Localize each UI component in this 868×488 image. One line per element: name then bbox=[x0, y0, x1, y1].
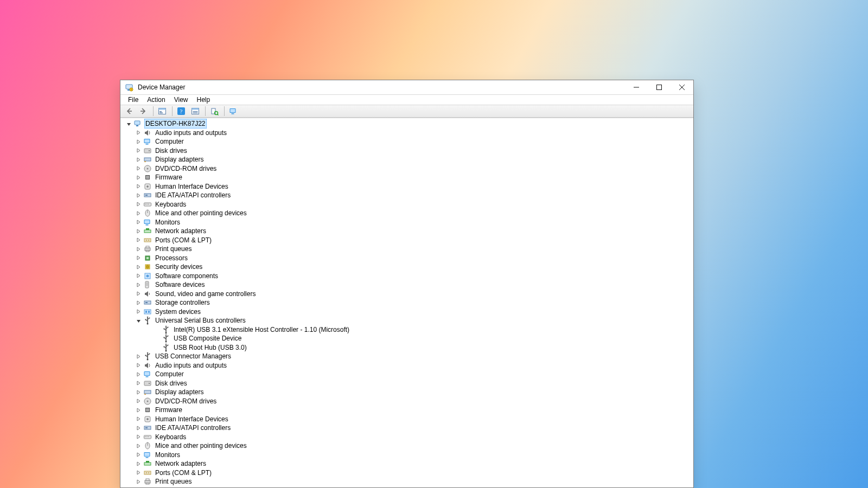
tree-node[interactable]: Storage controllers bbox=[123, 298, 693, 307]
tree-node[interactable]: Print queues bbox=[123, 477, 693, 486]
tree-expander-closed[interactable] bbox=[135, 460, 142, 467]
tree-node[interactable]: DVD/CD-ROM drives bbox=[123, 397, 693, 406]
tree-node[interactable]: Mice and other pointing devices bbox=[123, 209, 693, 218]
tree-expander-closed[interactable] bbox=[135, 352, 142, 360]
tree-expander-closed[interactable] bbox=[135, 442, 142, 450]
tree-node[interactable]: Network adapters bbox=[123, 227, 693, 236]
tree-expander-closed[interactable] bbox=[135, 380, 142, 387]
help-button[interactable]: ? bbox=[175, 105, 188, 117]
tree-expander-closed[interactable] bbox=[135, 254, 142, 262]
scan-hardware-button[interactable] bbox=[208, 105, 221, 117]
tree-expander-closed[interactable] bbox=[135, 219, 142, 226]
tree-node[interactable]: Audio inputs and outputs bbox=[123, 361, 693, 370]
tree-expander-closed[interactable] bbox=[135, 129, 142, 137]
tree-expander-closed[interactable] bbox=[135, 183, 142, 190]
tree-node[interactable]: Disk drives bbox=[123, 146, 693, 156]
tree-node[interactable]: Processors bbox=[123, 254, 693, 263]
show-hide-console-tree-button[interactable] bbox=[156, 105, 169, 117]
tree-expander-closed[interactable] bbox=[135, 362, 142, 369]
tree-expander-open[interactable] bbox=[125, 120, 132, 127]
tree-expander-closed[interactable] bbox=[135, 138, 142, 145]
tree-expander-closed[interactable] bbox=[135, 174, 142, 181]
tree-expander-closed[interactable] bbox=[135, 487, 142, 487]
tree-node[interactable]: Print queues bbox=[123, 245, 693, 254]
tree-node[interactable]: Firmware bbox=[123, 173, 693, 182]
tree-expander-closed[interactable] bbox=[135, 236, 142, 244]
tree-node[interactable]: Keyboards bbox=[123, 433, 693, 442]
minimize-button[interactable] bbox=[625, 80, 648, 94]
devices-by-type-button[interactable] bbox=[227, 105, 240, 117]
tree-node[interactable]: Display adapters bbox=[123, 155, 693, 164]
tree-node-label: DVD/CD-ROM drives bbox=[154, 397, 218, 406]
tree-expander-closed[interactable] bbox=[135, 433, 142, 441]
tree-expander-closed[interactable] bbox=[135, 227, 142, 235]
tree-expander-closed[interactable] bbox=[135, 451, 142, 459]
tree-expander-closed[interactable] bbox=[135, 397, 142, 405]
tree-node[interactable]: Computer bbox=[123, 370, 693, 379]
menu-help[interactable]: Help bbox=[193, 95, 215, 105]
tree-node[interactable]: IDE ATA/ATAPI controllers bbox=[123, 423, 693, 433]
tree-node[interactable]: Mice and other pointing devices bbox=[123, 441, 693, 451]
tree-expander-closed[interactable] bbox=[135, 263, 142, 271]
tree-node[interactable]: Firmware bbox=[123, 406, 693, 415]
forward-button[interactable] bbox=[137, 105, 150, 117]
tree-node[interactable]: USB Root Hub (USB 3.0) bbox=[123, 343, 693, 352]
tree-node[interactable]: Intel(R) USB 3.1 eXtensible Host Control… bbox=[123, 325, 693, 335]
tree-node[interactable]: Ports (COM & LPT) bbox=[123, 468, 693, 478]
tree-node[interactable]: Monitors bbox=[123, 218, 693, 227]
back-button[interactable] bbox=[123, 105, 136, 117]
tree-expander-open[interactable] bbox=[135, 317, 142, 324]
tree-node[interactable]: Monitors bbox=[123, 451, 693, 460]
tree-node[interactable]: Sound, video and game controllers bbox=[123, 290, 693, 299]
tree-node[interactable]: IDE ATA/ATAPI controllers bbox=[123, 191, 693, 200]
tree-node[interactable]: Computer bbox=[123, 137, 693, 146]
tree-node-label: IDE ATA/ATAPI controllers bbox=[154, 423, 232, 432]
properties-button[interactable] bbox=[189, 105, 202, 117]
tree-expander-closed[interactable] bbox=[135, 406, 142, 414]
tree-expander-closed[interactable] bbox=[135, 388, 142, 396]
tree-expander-closed[interactable] bbox=[135, 165, 142, 172]
tree-node[interactable]: Network adapters bbox=[123, 459, 693, 468]
tree-expander-closed[interactable] bbox=[135, 272, 142, 280]
device-tree-pane[interactable]: DESKTOP-HK87J22Audio inputs and outputsC… bbox=[120, 118, 693, 487]
tree-node[interactable]: Human Interface Devices bbox=[123, 182, 693, 191]
tree-expander-closed[interactable] bbox=[135, 415, 142, 423]
tree-expander-closed[interactable] bbox=[135, 156, 142, 163]
tree-node[interactable]: DVD/CD-ROM drives bbox=[123, 164, 693, 174]
tree-node[interactable]: Keyboards bbox=[123, 200, 693, 209]
tree-node[interactable]: DESKTOP-HK87J22 bbox=[123, 119, 693, 129]
maximize-button[interactable] bbox=[648, 80, 671, 94]
menu-view[interactable]: View bbox=[170, 95, 193, 105]
tree-node-label: USB Composite Device bbox=[173, 334, 242, 343]
tree-expander-closed[interactable] bbox=[135, 308, 142, 316]
tree-expander-closed[interactable] bbox=[135, 245, 142, 253]
tree-node[interactable]: Display adapters bbox=[123, 388, 693, 397]
tree-node[interactable]: Universal Serial Bus controllers bbox=[123, 316, 693, 325]
tree-node[interactable]: Audio inputs and outputs bbox=[123, 129, 693, 138]
tree-node[interactable]: System devices bbox=[123, 307, 693, 317]
menu-action[interactable]: Action bbox=[143, 95, 169, 105]
tree-expander-closed[interactable] bbox=[135, 201, 142, 208]
tree-expander-closed[interactable] bbox=[135, 469, 142, 477]
svg-point-112 bbox=[148, 472, 149, 473]
tree-node[interactable]: Processors bbox=[123, 486, 693, 488]
tree-node[interactable]: USB Composite Device bbox=[123, 334, 693, 343]
tree-node[interactable]: Disk drives bbox=[123, 379, 693, 388]
tree-expander-closed[interactable] bbox=[135, 299, 142, 306]
tree-expander-closed[interactable] bbox=[135, 191, 142, 199]
tree-expander-closed[interactable] bbox=[135, 147, 142, 155]
tree-expander-closed[interactable] bbox=[135, 209, 142, 217]
menu-file[interactable]: File bbox=[124, 95, 143, 105]
tree-node[interactable]: Human Interface Devices bbox=[123, 415, 693, 424]
close-button[interactable] bbox=[671, 80, 693, 94]
tree-expander-closed[interactable] bbox=[135, 478, 142, 485]
tree-node[interactable]: USB Connector Managers bbox=[123, 352, 693, 361]
tree-expander-closed[interactable] bbox=[135, 370, 142, 378]
tree-node[interactable]: Ports (COM & LPT) bbox=[123, 236, 693, 245]
tree-node[interactable]: Security devices bbox=[123, 262, 693, 272]
tree-expander-closed[interactable] bbox=[135, 281, 142, 288]
tree-expander-closed[interactable] bbox=[135, 424, 142, 432]
tree-expander-closed[interactable] bbox=[135, 290, 142, 298]
tree-node[interactable]: Software devices bbox=[123, 280, 693, 290]
tree-node[interactable]: Software components bbox=[123, 272, 693, 281]
